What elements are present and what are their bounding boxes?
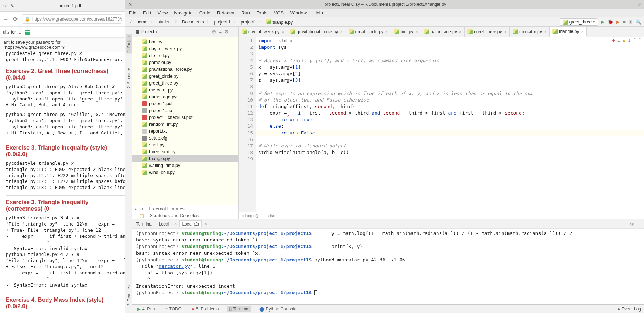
- tree-item-project1_checklist-pdf[interactable]: project1_checklist.pdf: [132, 114, 238, 121]
- project-dropdown-icon[interactable]: ▾: [156, 30, 157, 34]
- close-tab-icon[interactable]: ×: [340, 30, 342, 34]
- bookmark-icon[interactable]: ☆: [3, 3, 7, 8]
- tree-item-random_int-py[interactable]: random_int.py: [132, 121, 238, 128]
- locate-icon[interactable]: ⊕: [212, 29, 216, 34]
- menu-view[interactable]: View: [157, 10, 168, 16]
- close-tab-icon[interactable]: ×: [282, 30, 284, 34]
- editor-tab-bmi-py[interactable]: bmi.py×: [391, 27, 421, 37]
- tree-item-project1-zip[interactable]: project1.zip: [132, 107, 238, 114]
- menu-window[interactable]: Window: [290, 10, 307, 16]
- side-tab-structure[interactable]: 2: Structure: [127, 68, 131, 89]
- bottom-tab-terminal[interactable]: ⌷Terminal: [227, 306, 251, 312]
- cmd-line: python3 greet_three.py 'Galilei, G.' 'Ne…: [6, 112, 125, 117]
- crumb-triangle-fn[interactable]: triangle(): [242, 214, 258, 218]
- editor-tab-triangle-py[interactable]: triangle.py×: [550, 27, 587, 37]
- tree-item-waiting_time-py[interactable]: waiting_time.py: [132, 162, 238, 169]
- close-tab-icon[interactable]: ×: [459, 30, 461, 34]
- tree-item-greet_three-py[interactable]: greet_three.py: [132, 80, 238, 86]
- menu-refactor[interactable]: Refactor: [217, 10, 235, 16]
- tree-item-bmi-py[interactable]: bmi.py: [132, 38, 238, 45]
- tree-item-snell-py[interactable]: snell.py: [132, 141, 238, 148]
- menu-file[interactable]: File: [129, 10, 136, 16]
- menu-edit[interactable]: Edit: [143, 10, 151, 16]
- gradescope-body: pycodestyle greet_three.py ✘ greet_three…: [0, 48, 125, 313]
- reload-icon[interactable]: ⟳: [13, 16, 18, 22]
- editor-tab-mercator-py[interactable]: mercator.py×: [510, 27, 550, 37]
- bar-chart-icon[interactable]: [25, 30, 30, 35]
- tree-item-setup-cfg[interactable]: setup.cfg: [132, 134, 238, 141]
- new-terminal-icon[interactable]: +: [210, 222, 212, 227]
- stop-icon[interactable]: ■: [623, 19, 626, 25]
- crumb-home[interactable]: home: [134, 19, 149, 25]
- close-icon[interactable]: ✕: [128, 1, 133, 7]
- editor-tab-great_circle-py[interactable]: great_circle.py×: [346, 27, 391, 37]
- menu-vcs[interactable]: VCS: [274, 10, 284, 16]
- crumb-project1-dir[interactable]: project 1: [212, 19, 233, 25]
- bottom-tab-todo[interactable]: ≡TODO: [163, 306, 183, 312]
- scratches[interactable]: ▢ Scratches and Consoles: [132, 212, 238, 219]
- chevron-up-icon[interactable]: ˆ: [634, 38, 636, 43]
- bottom-tab-console[interactable]: ⬤Python Console: [257, 306, 298, 312]
- hide-icon[interactable]: —: [231, 29, 236, 34]
- crumb-project1[interactable]: project1: [238, 19, 258, 25]
- gear-icon[interactable]: ⚙: [630, 222, 634, 227]
- debug-icon[interactable]: 🐞: [607, 19, 613, 25]
- terminal-body[interactable]: (pythonProject) student@turing:~/Documen…: [132, 229, 644, 304]
- crumb-documents[interactable]: Documents: [180, 19, 206, 25]
- terminal-tab-local2[interactable]: Local (2): [179, 220, 202, 227]
- run-coverage-icon[interactable]: ▶: [616, 19, 620, 25]
- menu-run[interactable]: Run: [241, 10, 250, 16]
- run-config-select[interactable]: greet_three ▾: [560, 18, 598, 26]
- tree-item-triangle-py[interactable]: triangle.py: [132, 155, 238, 162]
- tree-item-great_circle-py[interactable]: great_circle.py: [132, 73, 238, 80]
- tree-item-three_sort-py[interactable]: three_sort.py: [132, 148, 238, 155]
- file-tree[interactable]: bmi.pyday_of_week.pydie_roll.pygambler.p…: [132, 37, 238, 205]
- code-area[interactable]: ●1 ▲1 ˆˇ 12345678910111213141516171819 i…: [239, 37, 644, 212]
- side-tab-project[interactable]: 1: Project: [126, 34, 132, 53]
- inspection-hints[interactable]: ●1 ▲1 ˆˇ: [612, 38, 641, 43]
- update-icon[interactable]: ⊞: [628, 19, 632, 25]
- event-log[interactable]: ●Event Log: [618, 306, 641, 312]
- tree-item-report-txt[interactable]: report.txt: [132, 128, 238, 134]
- close-tab-icon[interactable]: ×: [581, 29, 583, 34]
- menu-help[interactable]: Help: [313, 10, 323, 16]
- external-libraries[interactable]: ▸⠿ External Libraries: [132, 205, 238, 212]
- collapse-icon[interactable]: ≑: [218, 29, 222, 34]
- tree-item-gambler-py[interactable]: gambler.py: [132, 59, 238, 66]
- tree-item-wind_chill-py[interactable]: wind_chill.py: [132, 169, 238, 176]
- editor-tab-name_age-py[interactable]: name_age.py×: [421, 27, 465, 37]
- hide-icon[interactable]: —: [636, 222, 640, 227]
- tree-item-name_age-py[interactable]: name_age.py: [132, 93, 238, 100]
- menu-code[interactable]: Code: [199, 10, 211, 16]
- tree-item-project1-pdf[interactable]: project1.pdf: [132, 100, 238, 107]
- bottom-tab-run[interactable]: ▶4: Run: [135, 306, 157, 312]
- crumb-student[interactable]: student: [155, 19, 174, 25]
- address-bar[interactable]: 🔒 https://www.gradescope.com/courses/182…: [22, 14, 122, 24]
- editor-tab-greet_three-py[interactable]: greet_three.py×: [465, 27, 510, 37]
- tree-item-die_roll-py[interactable]: die_roll.py: [132, 52, 238, 59]
- editor-tab-gravitational_force-py[interactable]: gravitational_force.py×: [287, 27, 346, 37]
- side-tab-favorites[interactable]: 2: Favorites: [127, 285, 131, 306]
- run-icon[interactable]: ▶: [601, 19, 605, 25]
- menu-tools[interactable]: Tools: [257, 10, 267, 16]
- edit-icon[interactable]: ✎: [10, 3, 14, 8]
- tree-item-day_of_week-py[interactable]: day_of_week.py: [132, 45, 238, 52]
- tree-item-gravitational_force-py[interactable]: gravitational_force.py: [132, 66, 238, 73]
- search-icon[interactable]: 🔍: [635, 19, 641, 25]
- maximize-icon[interactable]: ⤢: [637, 2, 641, 7]
- code-editor[interactable]: import stdioimport sys# Accept x (int), …: [256, 37, 644, 212]
- crumb-else[interactable]: else: [268, 214, 275, 218]
- forward-icon[interactable]: →: [3, 16, 9, 22]
- editor-tab-day_of_week-py[interactable]: day_of_week.py×: [239, 27, 287, 37]
- tree-item-mercator-py[interactable]: mercator.py: [132, 86, 238, 93]
- close-tab-icon[interactable]: ×: [386, 30, 388, 34]
- close-tab-icon[interactable]: ×: [544, 30, 546, 34]
- chevron-down-icon[interactable]: ˇ: [639, 38, 641, 43]
- gear-icon[interactable]: ⚙: [224, 29, 229, 34]
- menu-navigate[interactable]: Navigate: [174, 10, 192, 16]
- terminal-tab-local[interactable]: Local: [157, 221, 171, 227]
- bottom-tab-problems[interactable]: ●6: Problems: [190, 306, 221, 312]
- close-tab-icon[interactable]: ×: [416, 30, 418, 34]
- project-header-label[interactable]: Project: [141, 29, 154, 34]
- close-tab-icon[interactable]: ×: [504, 30, 507, 34]
